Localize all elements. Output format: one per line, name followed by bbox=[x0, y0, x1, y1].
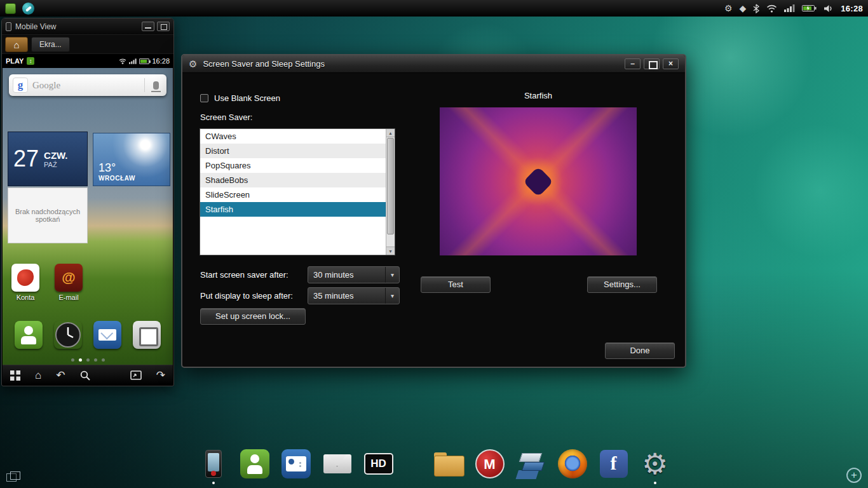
weather-widget[interactable]: 13° WROCŁAW bbox=[93, 133, 170, 186]
volume-icon[interactable] bbox=[824, 4, 834, 13]
list-item-cwaves[interactable]: CWaves bbox=[200, 129, 386, 144]
google-search-widget[interactable]: g Google bbox=[9, 74, 166, 96]
dialog-maximize-button[interactable] bbox=[644, 58, 660, 69]
bluetooth-icon[interactable] bbox=[753, 4, 759, 13]
mobile-view-titlebar[interactable]: Mobile View bbox=[2, 18, 173, 35]
phone-dialer-icon[interactable] bbox=[15, 321, 43, 349]
phone-messaging-icon[interactable] bbox=[93, 321, 121, 349]
forward-icon[interactable]: ↷ bbox=[156, 370, 165, 381]
settings-gear-icon[interactable]: ⚙ bbox=[724, 4, 733, 13]
search-divider bbox=[144, 78, 145, 92]
google-logo-icon: g bbox=[13, 78, 28, 93]
maximize-button[interactable] bbox=[157, 22, 170, 31]
fullscreen-icon[interactable] bbox=[130, 370, 142, 380]
dock-contacts-icon[interactable] bbox=[281, 447, 311, 480]
mobile-view-title: Mobile View bbox=[15, 22, 56, 31]
signal-strength-icon bbox=[784, 4, 795, 12]
dock-facebook-icon[interactable]: f bbox=[599, 447, 629, 480]
page-dot[interactable] bbox=[102, 358, 105, 362]
list-item-starfish-selected[interactable]: Starfish bbox=[200, 202, 386, 217]
phone-screen[interactable]: PLAY ↕ 16:28 g Google bbox=[3, 54, 173, 367]
dock-firefox-icon[interactable] bbox=[557, 447, 588, 480]
carrier-label: PLAY bbox=[6, 57, 24, 65]
test-button[interactable]: Test bbox=[421, 276, 491, 293]
desktop: ⚙ ◆ 16:28 Mobile View bbox=[0, 0, 868, 488]
phone-browser-icon[interactable] bbox=[133, 321, 161, 349]
search-icon[interactable] bbox=[80, 370, 90, 381]
page-dot[interactable] bbox=[94, 358, 97, 362]
dropdown-arrow-icon[interactable]: ▾ bbox=[385, 267, 399, 283]
list-item-slidescreen[interactable]: SlideScreen bbox=[200, 187, 386, 202]
scroll-thumb[interactable] bbox=[387, 138, 394, 234]
app-grid-icon[interactable] bbox=[10, 370, 20, 381]
done-button[interactable]: Done bbox=[605, 342, 675, 359]
wifi-icon[interactable] bbox=[766, 4, 777, 13]
page-dot-active[interactable] bbox=[79, 358, 82, 362]
home-tab-button[interactable]: ⌂ bbox=[5, 37, 28, 52]
sleep-after-label: Put display to sleep after: bbox=[200, 287, 293, 304]
mobile-view-tabbar: ⌂ Ekra... bbox=[2, 35, 173, 54]
phone-dock bbox=[3, 320, 173, 350]
tab-ekran[interactable]: Ekra... bbox=[31, 37, 70, 52]
dock-settings-icon[interactable]: ⚙ bbox=[640, 447, 670, 480]
date-day: 27 bbox=[13, 146, 39, 172]
list-scrollbar[interactable]: ▲ ▼ bbox=[386, 129, 395, 255]
konta-app-icon[interactable] bbox=[11, 264, 39, 292]
minimize-button[interactable] bbox=[142, 22, 154, 31]
start-after-label: Start screen saver after: bbox=[200, 266, 288, 283]
phone-window-icon bbox=[6, 22, 11, 31]
phone-battery-icon bbox=[139, 58, 149, 64]
calendar-widget[interactable]: Brak nadchodzących spotkań bbox=[8, 187, 88, 243]
dialog-close-button[interactable]: × bbox=[663, 58, 679, 69]
date-weekday: CZW. bbox=[44, 150, 68, 161]
screensaver-dialog: ⚙ Screen Saver and Sleep Settings – × Us… bbox=[181, 54, 686, 368]
microphone-icon[interactable] bbox=[153, 81, 159, 90]
email-app-icon[interactable]: @ bbox=[55, 264, 83, 292]
back-icon[interactable]: ↶ bbox=[56, 370, 65, 381]
notifier-diamond-icon[interactable]: ◆ bbox=[739, 4, 746, 13]
running-indicator bbox=[654, 482, 656, 484]
dock-email-icon[interactable] bbox=[322, 447, 353, 480]
scroll-up-arrow[interactable]: ▲ bbox=[386, 129, 395, 137]
weather-city: WROCŁAW bbox=[98, 175, 165, 182]
start-after-dropdown[interactable]: 30 minutes ▾ bbox=[308, 266, 400, 283]
search-placeholder-text: Google bbox=[32, 80, 60, 91]
use-blank-screen-label: Use Blank Screen bbox=[214, 93, 280, 103]
phone-clock-icon[interactable] bbox=[54, 321, 82, 349]
list-item-shadebobs[interactable]: ShadeBobs bbox=[200, 173, 386, 187]
app-icon-konta[interactable]: Konta bbox=[8, 264, 43, 301]
start-after-value: 30 minutes bbox=[313, 270, 354, 280]
screensaver-listbox: CWaves Distort PopSquares ShadeBobs Slid… bbox=[200, 128, 395, 255]
dialog-gear-icon: ⚙ bbox=[189, 59, 197, 69]
dock-media-gallery-icon[interactable] bbox=[516, 447, 546, 480]
page-dot[interactable] bbox=[86, 358, 90, 362]
dock-dialer-icon[interactable] bbox=[240, 447, 270, 480]
dialog-minimize-button[interactable]: – bbox=[625, 58, 641, 69]
home-icon[interactable]: ⌂ bbox=[35, 370, 41, 381]
sleep-after-value: 35 minutes bbox=[313, 291, 354, 301]
dock-motorola-icon[interactable]: M bbox=[475, 447, 505, 480]
use-blank-screen-checkbox[interactable] bbox=[200, 94, 208, 102]
app-indicator-icon[interactable] bbox=[5, 3, 16, 14]
settings-button[interactable]: Settings... bbox=[587, 276, 657, 293]
mobile-view-toolbar: ⌂ ↶ ↷ bbox=[3, 365, 173, 385]
dropdown-arrow-icon[interactable]: ▾ bbox=[385, 288, 399, 304]
date-month: PAŹ bbox=[44, 161, 68, 168]
scroll-down-arrow[interactable]: ▼ bbox=[386, 247, 395, 255]
dock-mobile-view-icon[interactable] bbox=[198, 447, 229, 480]
dock-hd-media-icon[interactable]: HD bbox=[363, 447, 394, 480]
app-icon-email[interactable]: @ E-mail bbox=[51, 264, 86, 301]
page-dot[interactable] bbox=[71, 358, 74, 362]
dialog-titlebar[interactable]: ⚙ Screen Saver and Sleep Settings – × bbox=[182, 55, 685, 73]
sleep-after-dropdown[interactable]: 35 minutes ▾ bbox=[308, 287, 400, 304]
date-widget[interactable]: 27 CZW. PAŹ bbox=[8, 132, 88, 186]
dock-files-icon[interactable] bbox=[433, 447, 464, 480]
screen-lock-button[interactable]: Set up screen lock... bbox=[200, 308, 306, 325]
dialog-title: Screen Saver and Sleep Settings bbox=[203, 59, 325, 69]
list-item-distort[interactable]: Distort bbox=[200, 144, 386, 158]
phone-status-icon[interactable] bbox=[22, 3, 34, 15]
page-indicator bbox=[3, 358, 173, 362]
phone-wifi-icon bbox=[119, 58, 126, 64]
battery-charging-icon bbox=[802, 4, 817, 12]
list-item-popsquares[interactable]: PopSquares bbox=[200, 158, 386, 173]
